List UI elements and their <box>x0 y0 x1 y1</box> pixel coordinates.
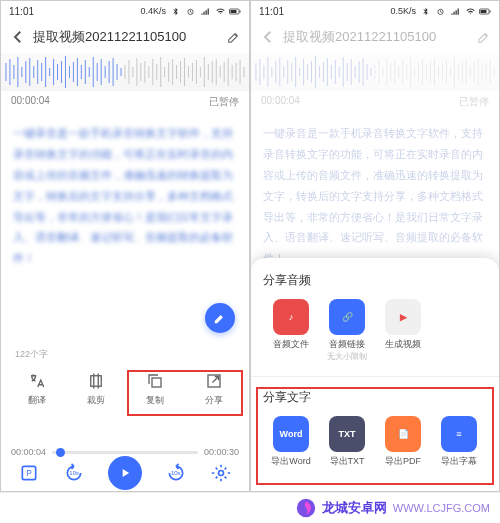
status-indicators: 0.5K/s <box>390 6 491 16</box>
bluetooth-icon <box>419 6 431 16</box>
current-time: 00:00:04 <box>261 95 300 109</box>
timeline-row: 00:00:04 已暂停 <box>251 91 499 113</box>
lyrics-icon[interactable]: P <box>18 462 40 484</box>
edit-icon[interactable] <box>477 30 491 44</box>
svg-rect-73 <box>490 10 491 12</box>
share-audio-item-2[interactable]: ▶生成视频 <box>375 299 431 362</box>
signal-icon <box>449 6 461 16</box>
status-time: 11:01 <box>9 6 34 17</box>
phone-left: 11:01 0.4K/s <box>0 0 250 492</box>
wifi-icon <box>464 6 476 16</box>
action-label: 复制 <box>146 394 164 407</box>
player-pos: 00:00:04 <box>11 447 46 457</box>
forward-10-icon[interactable]: 10s <box>165 462 187 484</box>
share-text-item-1[interactable]: TXT导出TXT <box>319 416 375 467</box>
status-bar: 11:01 0.5K/s <box>251 1 499 21</box>
back-icon[interactable] <box>259 28 277 46</box>
share-text-item-icon: Word <box>273 416 309 452</box>
share-text-item-label: 导出Word <box>271 456 310 467</box>
status-bar: 11:01 0.4K/s <box>1 1 249 21</box>
brand-url: WWW.LCJFG.COM <box>393 502 490 514</box>
timeline-row: 00:00:04 已暂停 <box>1 91 249 113</box>
signal-icon <box>199 6 211 16</box>
share-text-item-label: 导出TXT <box>330 456 365 467</box>
play-status: 已暂停 <box>459 95 489 109</box>
edit-icon[interactable] <box>227 30 241 44</box>
copy-icon <box>145 371 165 391</box>
play-status: 已暂停 <box>209 95 239 109</box>
share-icon <box>204 371 224 391</box>
translate-icon <box>27 371 47 391</box>
action-crop[interactable]: 裁剪 <box>66 371 125 407</box>
waveform <box>251 53 499 91</box>
share-text-item-label: 导出字幕 <box>441 456 477 467</box>
net-speed: 0.4K/s <box>140 6 166 16</box>
share-audio-item-icon: ♪ <box>273 299 309 335</box>
settings-icon[interactable] <box>210 462 232 484</box>
svg-rect-2 <box>240 10 241 12</box>
share-audio-title: 分享音频 <box>263 272 487 289</box>
player-total: 00:00:30 <box>204 447 239 457</box>
bluetooth-icon <box>169 6 181 16</box>
share-audio-item-0[interactable]: ♪音频文件 <box>263 299 319 362</box>
share-audio-item-1[interactable]: 🔗音频链接无大小限制 <box>319 299 375 362</box>
word-count: 122个字 <box>15 348 48 361</box>
transcript-text[interactable]: 一键录音是一款手机录音转换文字软件，支持录音转换文字的功能，可将正在实时录音的内… <box>1 113 249 279</box>
play-button[interactable] <box>108 456 142 490</box>
watermark-footer: 龙城安卓网 WWW.LCJFG.COM <box>0 492 500 523</box>
action-translate[interactable]: 翻译 <box>7 371 66 407</box>
action-label: 分享 <box>205 394 223 407</box>
share-text-title: 分享文字 <box>263 389 487 406</box>
share-text-item-icon: 📄 <box>385 416 421 452</box>
brand-name: 龙城安卓网 <box>322 499 387 517</box>
share-text-item-3[interactable]: ≡导出字幕 <box>431 416 487 467</box>
share-text-row: Word导出WordTXT导出TXT📄导出PDF≡导出字幕 <box>263 416 487 467</box>
progress-slider[interactable] <box>52 451 198 454</box>
svg-rect-65 <box>90 376 101 387</box>
svg-rect-74 <box>481 10 487 13</box>
alarm-icon <box>184 6 196 16</box>
share-audio-row: ♪音频文件🔗音频链接无大小限制▶生成视频 <box>263 299 487 362</box>
battery-icon <box>229 6 241 16</box>
share-audio-item-label: 音频文件 <box>273 339 309 350</box>
back-icon[interactable] <box>9 28 27 46</box>
waveform[interactable] <box>1 53 249 91</box>
alarm-icon <box>434 6 446 16</box>
action-label: 翻译 <box>28 394 46 407</box>
crop-icon <box>86 371 106 391</box>
action-label: 裁剪 <box>87 394 105 407</box>
share-text-item-label: 导出PDF <box>385 456 421 467</box>
share-text-item-icon: ≡ <box>441 416 477 452</box>
share-text-item-2[interactable]: 📄导出PDF <box>375 416 431 467</box>
share-sheet: 分享音频 ♪音频文件🔗音频链接无大小限制▶生成视频 分享文字 Word导出Wor… <box>251 258 499 491</box>
page-title: 提取视频20211221105100 <box>33 28 221 46</box>
header: 提取视频20211221105100 <box>1 21 249 53</box>
share-text-item-icon: TXT <box>329 416 365 452</box>
share-audio-item-icon: 🔗 <box>329 299 365 335</box>
share-audio-item-label: 生成视频 <box>385 339 421 350</box>
page-title: 提取视频20211221105100 <box>283 28 471 46</box>
phone-right: 11:01 0.5K/s 提取视频20211221105100 00:00:04 <box>250 0 500 492</box>
brand-logo-icon <box>296 498 316 518</box>
share-audio-item-icon: ▶ <box>385 299 421 335</box>
net-speed: 0.5K/s <box>390 6 416 16</box>
action-share[interactable]: 分享 <box>184 371 243 407</box>
player-controls: P 10s 10s <box>1 457 249 489</box>
rewind-10-icon[interactable]: 10s <box>63 462 85 484</box>
share-audio-item-label: 音频链接 <box>329 339 365 350</box>
header: 提取视频20211221105100 <box>251 21 499 53</box>
share-text-item-0[interactable]: Word导出Word <box>263 416 319 467</box>
divider <box>251 376 499 377</box>
wifi-icon <box>214 6 226 16</box>
current-time: 00:00:04 <box>11 95 50 109</box>
transcript-text: 一键录音是一款手机录音转换文字软件，支持录音转换文字的功能，可将正在实时录音的内… <box>251 113 499 279</box>
status-indicators: 0.4K/s <box>140 6 241 16</box>
status-time: 11:01 <box>259 6 284 17</box>
svg-rect-3 <box>231 10 237 13</box>
svg-rect-66 <box>152 378 161 387</box>
share-audio-item-sublabel: 无大小限制 <box>327 351 367 362</box>
edit-fab[interactable] <box>205 303 235 333</box>
svg-text:P: P <box>27 468 33 478</box>
action-copy[interactable]: 复制 <box>125 371 184 407</box>
battery-icon <box>479 6 491 16</box>
